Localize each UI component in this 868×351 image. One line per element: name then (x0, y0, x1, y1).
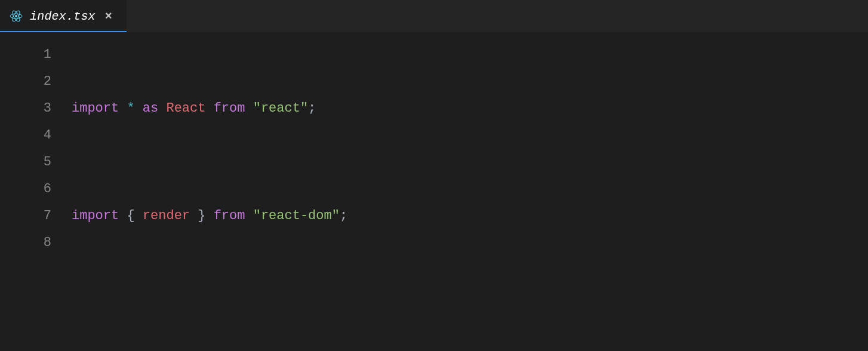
code-line[interactable]: import * as React from "react"; (72, 95, 868, 122)
line-number: 5 (0, 149, 51, 176)
line-number: 7 (0, 202, 51, 229)
line-number: 8 (0, 229, 51, 256)
tab-bar: index.tsx × (0, 0, 868, 33)
code-line-empty[interactable] (72, 310, 868, 337)
tab-index-tsx[interactable]: index.tsx × (0, 0, 127, 32)
line-number: 3 (0, 95, 51, 122)
tab-filename: index.tsx (30, 10, 96, 23)
line-number-gutter: 1 2 3 4 5 6 7 8 (0, 41, 72, 351)
line-number: 1 (0, 41, 51, 68)
code-line[interactable]: import { render } from "react-dom"; (72, 202, 868, 229)
line-number: 6 (0, 176, 51, 202)
code-area[interactable]: import * as React from "react"; import {… (72, 41, 868, 351)
close-icon[interactable]: × (103, 10, 115, 23)
line-number: 2 (0, 68, 51, 95)
react-icon (10, 10, 23, 23)
svg-point-0 (15, 15, 17, 17)
code-editor[interactable]: 1 2 3 4 5 6 7 8 import * as React from "… (0, 33, 868, 351)
line-number: 4 (0, 122, 51, 149)
